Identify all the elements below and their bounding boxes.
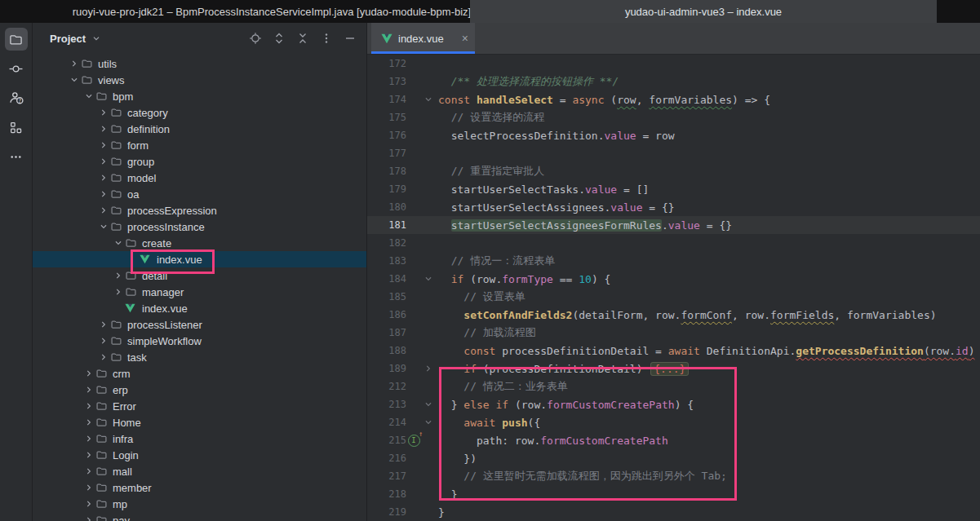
- tree-item-group[interactable]: group: [33, 153, 366, 170]
- tree-item-detail[interactable]: detail: [33, 267, 366, 284]
- line-number: 219: [367, 506, 406, 518]
- tool-window-stripe: ?: [0, 23, 33, 521]
- options-kebab-icon[interactable]: [318, 30, 335, 46]
- chevron-right-icon[interactable]: [97, 188, 110, 201]
- chevron-right-icon[interactable]: [82, 383, 95, 396]
- folder-icon: [95, 432, 110, 445]
- tree-item-crm[interactable]: crm: [33, 365, 366, 382]
- tree-item-definition[interactable]: definition: [33, 121, 366, 137]
- structure-icon[interactable]: [5, 116, 28, 139]
- chevron-right-icon[interactable]: [82, 432, 95, 445]
- project-folder-icon[interactable]: [5, 28, 28, 51]
- project-panel: Project: [33, 23, 367, 521]
- chevron-right-icon[interactable]: [82, 367, 95, 380]
- chevron-down-icon[interactable]: [91, 33, 102, 44]
- tree-item-simpleWorkflow[interactable]: simpleWorkflow: [33, 333, 366, 349]
- fold-collapsed-icon[interactable]: [421, 363, 436, 374]
- fold-expanded-icon[interactable]: [421, 399, 436, 410]
- chevron-right-icon[interactable]: [82, 400, 95, 413]
- tree-item-bpm[interactable]: bpm: [33, 88, 366, 104]
- line-number: 218: [367, 488, 406, 500]
- chevron-down-icon[interactable]: [112, 236, 125, 249]
- folder-icon: [95, 90, 110, 103]
- tree-item-Home[interactable]: Home: [33, 414, 366, 430]
- tree-item-task[interactable]: task: [33, 349, 366, 365]
- tree-item-Error[interactable]: Error: [33, 398, 366, 414]
- tree-item-category[interactable]: category: [33, 104, 366, 121]
- vue-file-icon: [140, 253, 154, 266]
- more-tools-icon[interactable]: [5, 145, 28, 168]
- chevron-right-icon[interactable]: [68, 57, 81, 70]
- tree-item-create[interactable]: create: [33, 235, 366, 251]
- implements-gutter-icon[interactable]: I↑: [406, 435, 421, 447]
- chevron-right-icon[interactable]: [82, 481, 95, 494]
- tree-item-mall[interactable]: mall: [33, 463, 366, 479]
- fold-expanded-icon[interactable]: [421, 417, 436, 428]
- code-text: if (row.formType == 10) {: [436, 273, 610, 285]
- locate-file-icon[interactable]: [247, 30, 264, 46]
- chevron-right-icon[interactable]: [97, 318, 110, 331]
- chevron-down-icon[interactable]: [97, 220, 110, 233]
- fold-expanded-icon[interactable]: [421, 273, 436, 285]
- chevron-down-icon[interactable]: [82, 90, 95, 103]
- chevron-right-icon[interactable]: [97, 171, 110, 184]
- chevron-right-icon[interactable]: [97, 204, 110, 217]
- tree-item-form[interactable]: form: [33, 137, 366, 153]
- tree-item-member[interactable]: member: [33, 479, 366, 496]
- chevron-right-icon[interactable]: [97, 106, 110, 119]
- code-text: if (processDefinitionDetail) {...}: [436, 363, 689, 375]
- commit-icon[interactable]: [5, 57, 28, 80]
- chevron-right-icon[interactable]: [82, 416, 95, 429]
- tree-item-erp[interactable]: erp: [33, 382, 366, 398]
- chevron-right-icon[interactable]: [82, 497, 95, 510]
- tree-item-index.vue[interactable]: index.vue: [33, 300, 366, 316]
- chevron-right-icon[interactable]: [97, 122, 110, 135]
- hide-panel-icon[interactable]: [342, 30, 358, 46]
- tree-item-Login[interactable]: Login: [33, 447, 366, 463]
- code-line-215: 215I↑ path: row.formCustomCreatePath: [367, 431, 980, 449]
- tree-item-mp[interactable]: mp: [33, 496, 366, 512]
- chevron-right-icon[interactable]: [97, 155, 110, 168]
- line-number: 177: [367, 148, 406, 159]
- code-text: startUserSelectAssignees.value = {}: [436, 201, 675, 214]
- tree-item-model[interactable]: model: [33, 170, 366, 186]
- chevron-right-icon[interactable]: [82, 448, 95, 461]
- chevron-right-icon[interactable]: [82, 465, 95, 478]
- tree-item-infra[interactable]: infra: [33, 430, 366, 447]
- chevron-right-icon[interactable]: [97, 334, 110, 347]
- tree-item-views[interactable]: views: [33, 72, 366, 88]
- tree-item-utils[interactable]: utils: [33, 55, 366, 72]
- tab-index-vue[interactable]: index.vue ×: [371, 23, 475, 54]
- tree-item-manager[interactable]: manager: [33, 284, 366, 300]
- tree-item-processExpression[interactable]: processExpression: [33, 202, 366, 219]
- expand-all-icon[interactable]: [271, 30, 287, 46]
- code-line-217: 217 // 这里暂时无需加载流程图，因为跳出到另外个 Tab;: [367, 467, 980, 485]
- tree-item-processListener[interactable]: processListener: [33, 316, 366, 333]
- chevron-right-icon[interactable]: [112, 269, 125, 282]
- tree-item-label: processListener: [127, 319, 202, 331]
- tree-item-oa[interactable]: oa: [33, 186, 366, 202]
- chevron-right-icon[interactable]: [112, 285, 125, 298]
- code-line-214: 214 await push({: [367, 413, 980, 431]
- folder-icon: [81, 73, 95, 86]
- fold-expanded-icon[interactable]: [421, 94, 436, 105]
- code-area[interactable]: 172173 /** 处理选择流程的按钮操作 **/174const handl…: [367, 55, 980, 521]
- folder-icon: [95, 448, 110, 461]
- tree-item-label: views: [98, 74, 125, 86]
- collapse-all-icon[interactable]: [295, 30, 311, 46]
- project-panel-title[interactable]: Project: [50, 33, 86, 45]
- folder-icon: [110, 204, 125, 217]
- tree-item-index.vue[interactable]: index.vue: [33, 251, 366, 267]
- chevron-right-icon[interactable]: [97, 139, 110, 152]
- chevron-right-icon[interactable]: [97, 351, 110, 364]
- chevron-right-icon[interactable]: [82, 514, 95, 521]
- line-number: 212: [367, 381, 406, 392]
- pull-requests-icon[interactable]: ?: [5, 86, 28, 109]
- tree-item-processInstance[interactable]: processInstance: [33, 219, 366, 235]
- code-line-186: 186 setConfAndFields2(detailForm, row.fo…: [367, 306, 980, 324]
- tree-item-pay[interactable]: pay: [33, 512, 366, 521]
- close-tab-icon[interactable]: ×: [462, 33, 468, 44]
- chevron-down-icon[interactable]: [68, 73, 81, 86]
- folder-icon: [125, 236, 140, 249]
- line-number: 183: [367, 255, 406, 267]
